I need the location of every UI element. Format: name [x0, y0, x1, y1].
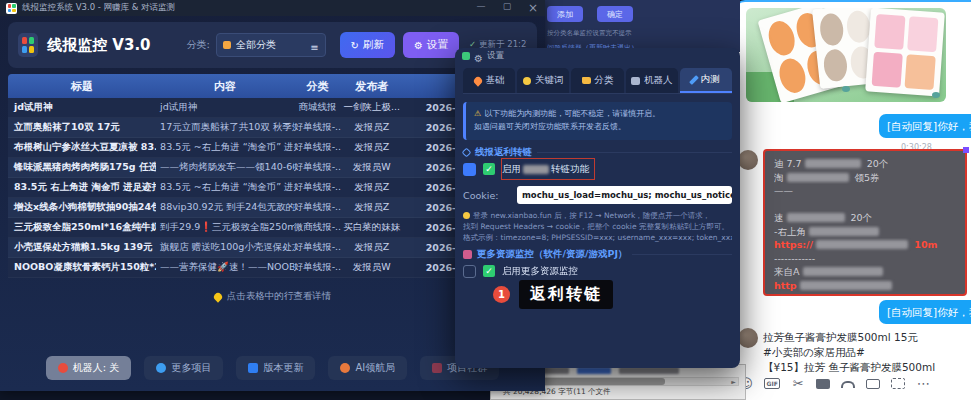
message-line: ------------: [774, 252, 956, 266]
gear-icon: [414, 39, 423, 51]
gif-icon[interactable]: [764, 376, 780, 391]
table-cell: 立而奥船袜了10双 17元: [8, 121, 156, 134]
annotation-label: 返利转链: [519, 280, 613, 309]
checkbox-label: 启用更多资源监控: [502, 265, 578, 278]
tip-line: 格式示例：timezone=8; PHPSESSID=xxx; username…: [463, 232, 732, 243]
footer-button[interactable]: 更多项目: [144, 356, 223, 380]
table-cell: 布根树山宁参冰丝大豆夏凉被 83.5元: [8, 141, 156, 154]
footer-button[interactable]: 机器人: 关: [46, 356, 132, 380]
message-line: https:// 10m: [774, 238, 956, 252]
table-cell: 发报员Z: [341, 181, 402, 194]
table-cell: 好单线报-...: [294, 201, 342, 214]
screenshot-icon[interactable]: [791, 376, 805, 391]
category-select[interactable]: 全部分类: [216, 33, 326, 57]
table-cell: 微商线报-...: [294, 221, 342, 234]
maximize-icon[interactable]: [501, 1, 513, 15]
tab-内测[interactable]: 内测: [680, 68, 732, 93]
sent-message-bubble: [自动回复]你好，我现: [879, 300, 971, 324]
footer-button[interactable]: AI领航局: [328, 356, 407, 380]
tab-label: 内测: [700, 73, 719, 86]
table-cell: ——营养保健🚀速！——NOOBO ...: [156, 261, 294, 274]
confirm-button[interactable]: 确定: [597, 6, 633, 22]
column-header: 分类: [294, 79, 342, 94]
checkbox[interactable]: [463, 265, 476, 278]
message-line: -右上角: [774, 225, 956, 239]
table-cell: NOOBO凝康软骨素钙片150粒*2瓶3...: [8, 261, 156, 274]
checked-icon[interactable]: [483, 163, 495, 175]
scrollbar-thumb[interactable]: [525, 378, 665, 385]
censored-link: [577, 367, 611, 374]
table-cell: 83.5元 右上角进 淘金币 进足迹拍 有...: [8, 181, 156, 194]
footer-button-label: 更多项目: [171, 361, 211, 375]
screen-capture-icon[interactable]: [891, 378, 905, 389]
table-cell: 发报员W: [341, 161, 402, 174]
cookie-input[interactable]: mochu_us_load=mochu_us; mochu_us_notice: [517, 186, 732, 204]
bulb-icon: [463, 212, 470, 219]
section-title: 线报返利转链: [475, 146, 532, 159]
table-cell: 83.5元 ~右上角进 “淘金币” 进足迹...: [156, 181, 294, 194]
tab-基础[interactable]: 基础: [463, 68, 515, 93]
censored-text: [803, 267, 883, 276]
pointing-hand-icon: [212, 291, 223, 302]
file-icon[interactable]: [816, 379, 830, 389]
chat-window: [自动回复]你好，我现 0:30:28 迪 7.7 20个淘 领5券——速 20…: [735, 0, 971, 400]
table-cell: 发报员W: [341, 261, 402, 274]
cookie-row: Cookie: mochu_us_load=mochu_us; mochu_us…: [463, 186, 732, 204]
message-line: 【¥15】拉芳 鱼子酱膏护发膜500ml: [763, 360, 935, 375]
message-line: 来自A: [774, 265, 956, 279]
tab-label: 分类: [595, 74, 614, 87]
avatar[interactable]: [738, 150, 758, 170]
table-cell: 锋味派黑猪肉烤肉烤肠175g 任选5件...: [8, 161, 156, 174]
message-line: http: [774, 279, 956, 293]
table-cell: 发报员Z: [341, 121, 402, 134]
book-icon: [223, 41, 231, 49]
rebate-checkbox-row: 启用转链功能: [463, 160, 589, 178]
more-icon[interactable]: [916, 376, 930, 391]
table-cell: 83.5元 ~右上角进 “淘金币” 进足迹...: [156, 141, 294, 154]
annotation-number: 1: [493, 286, 510, 303]
chat-product-image[interactable]: [746, 8, 946, 102]
tab-关键词[interactable]: 关键词: [517, 68, 569, 93]
divider: [537, 152, 732, 153]
table-cell: ——烤肉烤肠发车——领140-60补...: [156, 161, 294, 174]
table-cell: jd试用神: [8, 101, 156, 114]
settings-label: 设置: [427, 38, 448, 52]
add-button[interactable]: 添加: [547, 6, 583, 22]
tab-分类[interactable]: 分类: [571, 68, 623, 93]
globe-icon: [156, 363, 166, 373]
table-cell: 增达x线条小狗棉韧软抽90抽24包 ...: [8, 201, 156, 214]
column-header: 内容: [156, 79, 294, 94]
section-rebate-link: 线报返利转链: [463, 146, 732, 159]
beta-warning: 以下功能为内测功能，可能不稳定，请谨慎开启。 如遇问题可关闭对应功能联系开发者反…: [463, 102, 732, 140]
footer-button-label: 机器人: 关: [73, 361, 120, 375]
record-icon[interactable]: [841, 381, 855, 388]
footer-button[interactable]: 版本更新: [236, 356, 315, 380]
censored-text: [523, 165, 549, 174]
robot-icon: [631, 77, 640, 85]
censored-text: [787, 173, 849, 182]
avatar[interactable]: [738, 328, 758, 348]
message-line: 速 20个: [774, 211, 956, 225]
column-header: 标题: [8, 79, 156, 94]
message-line: [774, 198, 956, 212]
checked-icon[interactable]: [483, 265, 495, 277]
ai-icon: [340, 363, 350, 373]
horizontal-scrollbar[interactable]: [511, 377, 739, 386]
list-icon: [310, 36, 318, 55]
table-cell: 好单线报-...: [294, 161, 342, 174]
checkbox-label: 启用转链功能: [502, 163, 589, 176]
footer-button-label: 版本更新: [263, 361, 303, 375]
table-cell: 好单线报-...: [294, 241, 342, 254]
censored-text: [816, 240, 908, 249]
color-checkbox[interactable]: [463, 163, 476, 176]
tab-机器人[interactable]: 机器人: [626, 68, 678, 93]
refresh-button[interactable]: 刷新: [340, 32, 395, 58]
message-line: ——: [774, 184, 956, 198]
image-icon[interactable]: [866, 379, 880, 389]
table-cell: 发报员Z: [341, 141, 402, 154]
table-cell: 一剑陕上极...: [341, 101, 402, 114]
scroll-right-icon[interactable]: [729, 378, 738, 385]
minimize-icon[interactable]: [475, 1, 487, 15]
settings-button[interactable]: 设置: [403, 32, 459, 58]
close-icon[interactable]: [527, 1, 539, 15]
